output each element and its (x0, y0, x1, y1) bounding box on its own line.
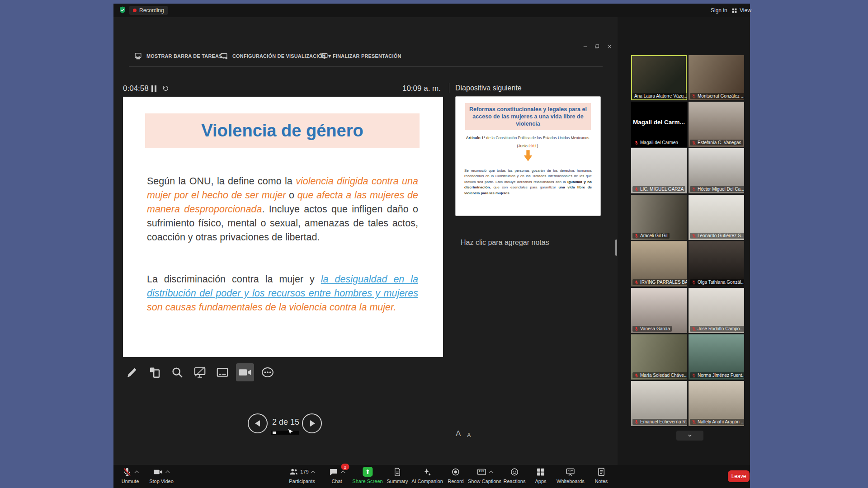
unmute-button[interactable]: Unmute (122, 466, 139, 484)
previous-slide-button[interactable] (248, 413, 268, 433)
record-button[interactable]: Record (448, 466, 463, 484)
apps-button[interactable]: Apps (535, 466, 546, 484)
muted-mic-icon (692, 94, 696, 99)
participant-tile[interactable]: Héctor Miguel Del Ca... (689, 148, 744, 193)
notes-area[interactable] (455, 228, 613, 418)
pause-timer-button[interactable] (150, 85, 157, 92)
participant-tile[interactable]: Norma Jiménez Fuent... (689, 334, 744, 380)
chat-button[interactable]: 2 Chat (329, 466, 345, 484)
reactions-button[interactable]: Reactions (504, 466, 526, 484)
participant-name: Leonardo Gutiérrez S... (690, 233, 744, 239)
notes-label: Notes (595, 479, 608, 484)
whiteboards-button[interactable]: Whiteboards (557, 466, 585, 484)
participant-tile[interactable]: Nallely Anahí Aragón ... (689, 381, 744, 426)
slide-position: 2 de 15 (270, 418, 302, 427)
participant-name: Magali del Carmen (632, 140, 680, 145)
participants-button[interactable]: 179 Participants (289, 466, 315, 484)
ai-companion-button[interactable]: AI Companion (411, 466, 443, 484)
participant-tile[interactable]: Vanesa García (631, 288, 687, 333)
slide-paragraph-2: La discriminación contra la mujer y la d… (147, 272, 418, 314)
apps-grid-icon (536, 467, 545, 477)
participant-tile[interactable]: José Rodolfo Campo... (689, 288, 744, 333)
notes-button[interactable]: Notes (595, 466, 608, 484)
captions-bar-icon (216, 366, 229, 379)
more-options-button[interactable] (259, 363, 277, 381)
participant-tile[interactable]: María Soledad Cháve... (631, 334, 687, 380)
taskbar-icon (134, 52, 142, 61)
zoom-slide-button[interactable] (168, 363, 186, 381)
display-settings-button[interactable]: CONFIGURACIÓN DE VISUALIZACIÓN ▼ (220, 51, 332, 61)
presentation-timer: 0:04:58 (123, 84, 149, 93)
summary-button[interactable]: Summary (387, 466, 408, 484)
recording-indicator[interactable]: Recording (129, 6, 168, 15)
encryption-shield-icon (118, 6, 127, 14)
leave-button[interactable]: Leave (728, 470, 750, 482)
next-slide-date: (Junio 2011) (460, 144, 595, 148)
pen-icon (125, 366, 139, 379)
muted-mic-icon (634, 373, 639, 378)
participant-name: Montserrat González ... (690, 93, 744, 99)
participant-name: Ana Laura Alatorre Vázq... (632, 93, 687, 99)
participant-tile[interactable]: Estefanía C. Vanegas (689, 102, 744, 147)
current-slide[interactable]: Violencia de género Según la ONU, la def… (123, 97, 443, 357)
participant-tile[interactable]: Ana Laura Alatorre Vázq... (631, 55, 687, 100)
muted-mic-icon (692, 420, 696, 424)
show-captions-label: Show Captions (468, 479, 501, 484)
view-button[interactable]: View (731, 6, 751, 15)
participant-tile[interactable]: Montserrat González ... (689, 55, 744, 100)
participant-name: LIC. MIGUEL GARZA (632, 186, 685, 192)
participant-tile[interactable]: LIC. MIGUEL GARZA (631, 148, 687, 193)
increase-font-button[interactable]: A (456, 429, 461, 438)
participant-name: Emanuel Echeverría R. (632, 419, 687, 425)
display-settings-icon (220, 52, 228, 61)
pen-tool-button[interactable] (123, 363, 141, 381)
end-presentation-button[interactable]: FINALIZAR PRESENTACIÓN (320, 51, 401, 61)
next-slide-button[interactable] (302, 413, 322, 433)
video-options-caret[interactable] (165, 470, 170, 475)
next-slide-thumbnail[interactable]: Reformas constitucionales y legales para… (455, 96, 601, 216)
ai-sparkle-icon (423, 467, 432, 477)
black-screen-button[interactable] (191, 363, 209, 381)
notes-placeholder: Haz clic para agregar notas (461, 239, 549, 247)
sign-in-button[interactable]: Sign in (711, 6, 727, 15)
decrease-font-button[interactable]: A (467, 432, 471, 438)
notes-scrollbar[interactable] (615, 239, 617, 256)
minimize-button[interactable] (581, 43, 589, 50)
share-screen-label: Share Screen (352, 479, 382, 484)
participant-tile[interactable]: Leonardo Gutiérrez S... (689, 195, 744, 240)
subtitles-button[interactable] (213, 363, 231, 381)
more-participants-button[interactable] (676, 431, 703, 441)
show-taskbar-button[interactable]: MOSTRAR BARRA DE TAREAS (134, 51, 222, 61)
slide-progress-bar[interactable] (271, 431, 299, 435)
participant-tile[interactable]: Araceli Gil Gil (631, 195, 687, 240)
stop-video-button[interactable]: Stop Video (149, 466, 174, 484)
show-captions-button[interactable]: CC Show Captions (468, 466, 501, 484)
restore-button[interactable] (593, 43, 601, 50)
participant-tile[interactable]: Olga Tathiana Gonzál... (689, 241, 744, 286)
chat-caret[interactable] (341, 470, 345, 475)
close-button[interactable] (605, 43, 613, 50)
captions-caret[interactable] (489, 470, 493, 475)
participant-tile[interactable]: Magali del Carm...Magali del Carmen (631, 102, 687, 147)
participants-caret[interactable] (311, 470, 316, 475)
slide-title: Violencia de género (201, 121, 363, 141)
cc-glyph: CC (477, 466, 486, 476)
ai-companion-label: AI Companion (411, 479, 443, 484)
next-arrow-icon (310, 420, 315, 427)
participant-name: José Rodolfo Campo... (690, 326, 744, 332)
participant-tile[interactable]: IRVING PARRALES BA... (631, 241, 687, 286)
restart-timer-button[interactable] (162, 84, 170, 92)
participant-tile[interactable]: Emanuel Echeverría R. (631, 381, 687, 426)
audio-options-caret[interactable] (134, 470, 139, 475)
show-taskbar-label: MOSTRAR BARRA DE TAREAS (146, 53, 222, 59)
camera-toggle-button[interactable] (236, 363, 254, 381)
meeting-top-bar (113, 4, 750, 17)
slide-thumbnails-button[interactable] (146, 363, 164, 381)
share-screen-button[interactable]: Share Screen (352, 466, 382, 484)
camera-icon (154, 467, 163, 477)
next-slide-heading: Diapositiva siguiente (455, 84, 522, 92)
panel-divider (449, 83, 449, 93)
view-grid-icon (731, 8, 737, 14)
chevron-down-icon (686, 432, 693, 439)
participant-name: Norma Jiménez Fuent... (690, 372, 744, 378)
